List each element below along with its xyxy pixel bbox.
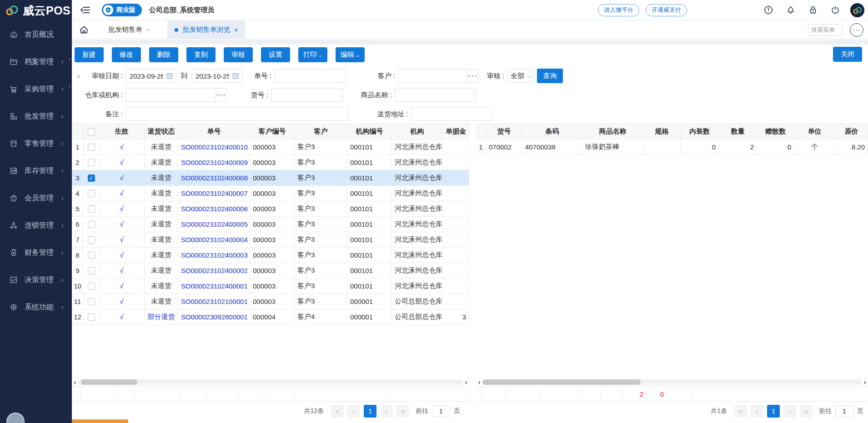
row-checkbox[interactable] [88,267,95,274]
row-checkbox[interactable] [88,144,95,151]
last-page-button[interactable]: » [396,405,409,418]
order-no-input[interactable] [274,69,346,83]
next-page-button[interactable]: › [783,405,796,418]
date-to-input[interactable] [191,69,242,83]
last-page-button[interactable]: » [800,405,813,418]
row-checkbox[interactable] [88,236,95,244]
orders-table-row[interactable]: 6√未退货SO000023102400005000003客户3000101河北涿… [72,217,469,232]
home-icon[interactable] [72,21,95,39]
row-checkbox[interactable] [88,283,95,290]
scrollbar-track[interactable] [78,379,463,385]
first-page-button[interactable]: « [331,405,344,418]
row-checkbox[interactable]: ✓ [88,174,95,182]
scroll-left-icon[interactable]: ‹ [72,378,78,386]
lock-icon[interactable] [808,5,818,15]
orders-table-row[interactable]: 12√部分退货SO000023092800001000004客户4000001公… [72,309,469,325]
row-checkbox[interactable] [88,205,95,213]
copy-button[interactable]: 复制 [186,47,216,62]
orders-table-row[interactable]: 2√未退货SO000023102400009000003客户3000101河北涿… [72,155,469,170]
sku-input[interactable] [271,88,343,102]
orders-table-row[interactable]: 3✓√未退货SO000023102400008000003客户3000101河北… [72,170,469,186]
query-button[interactable]: 查询 [537,69,563,83]
sidebar-item-archives[interactable]: 档案管理› [0,48,72,75]
remark-input[interactable] [125,107,348,121]
scrollbar-thumb[interactable] [81,379,137,385]
open-weipay-button[interactable]: 开通威支付 [646,4,687,16]
modify-button[interactable]: 修改 [112,47,141,62]
audit-button[interactable]: 审核 [224,47,253,62]
scrollbar-thumb[interactable] [482,379,641,385]
goto-page-input[interactable] [432,405,450,417]
more-menu-button[interactable]: ··· [850,23,863,37]
scroll-right-icon[interactable]: › [862,378,868,386]
order-no-link[interactable]: SO000023102400002 [178,263,250,278]
row-checkbox[interactable] [88,252,95,259]
orders-table-row[interactable]: 4√未退货SO000023102400007000003客户3000101河北涿… [72,186,469,201]
orders-table-row[interactable]: 5√未退货SO000023102400006000003客户3000101河北涿… [72,201,469,217]
sidebar-item-purchase[interactable]: 采购管理› [0,75,72,103]
order-no-link[interactable]: SO000023102100001 [178,294,250,309]
enter-micro-platform-button[interactable]: 进入微平台 [598,4,639,16]
order-no-link[interactable]: SO000023102400009 [178,155,250,170]
goto-page-input[interactable] [835,405,853,417]
row-checkbox[interactable] [88,314,95,321]
first-page-button[interactable]: « [734,405,747,418]
sidebar-item-finance[interactable]: 财务管理› [0,239,72,266]
close-button[interactable]: 关闭 [833,47,862,62]
sidebar-item-system[interactable]: 系统功能› [0,294,72,321]
order-no-link[interactable]: SO000023102400008 [178,170,250,185]
sidebar-item-inventory[interactable]: 库存管理› [0,157,72,184]
orders-table-row[interactable]: 1√未退货SO000023102400010000003客户3000101河北涿… [72,139,469,155]
user-avatar[interactable] [850,3,864,17]
prev-page-button[interactable]: ‹ [751,405,763,418]
delete-button[interactable]: 删除 [149,47,178,62]
tab-wholesale-order-browse[interactable]: 批发销售单浏览× [167,21,245,39]
scroll-left-icon[interactable]: ‹ [476,378,482,386]
order-no-link[interactable]: SO000023102400010 [178,139,250,154]
order-no-link[interactable]: SO000023102400003 [178,248,250,263]
new-button[interactable]: 新建 [75,47,104,62]
menu-fold-icon[interactable] [80,5,90,15]
edit-button[interactable]: 编辑⌄ [336,47,365,62]
next-page-button[interactable]: › [380,405,393,418]
orders-table-row[interactable]: 8√未退货SO000023102400003000003客户3000101河北涿… [72,248,469,263]
sidebar-item-home-overview[interactable]: 首页概况 [0,21,72,48]
row-checkbox[interactable] [88,159,95,166]
delivery-address-input[interactable] [411,107,492,121]
sidebar-item-wholesale[interactable]: 批发管理› [0,103,72,130]
page-1-button[interactable]: 1 [767,405,780,418]
row-checkbox[interactable] [88,221,95,228]
warehouse-picker-button[interactable]: ●●● [216,88,227,102]
warehouse-input[interactable] [125,88,216,102]
row-checkbox[interactable] [88,298,95,305]
sidebar-item-chain[interactable]: 连锁管理› [0,212,72,239]
customer-input[interactable] [398,69,467,83]
date-from-input[interactable] [125,69,176,83]
order-no-link[interactable]: SO000023102400004 [178,232,250,247]
orders-table-row[interactable]: 9√未退货SO000023102400002000003客户3000101河北涿… [72,263,469,279]
order-no-link[interactable]: SO000023102400006 [178,201,250,216]
tab-wholesale-order[interactable]: 批发销售单× [101,21,157,39]
customer-picker-button[interactable]: ●●● [467,69,479,83]
menu-search-input[interactable] [808,24,843,36]
sidebar-item-decision[interactable]: 决策管理› [0,266,72,294]
items-table-row[interactable]: 107000240700038珍珠奶茶棒020个8.20 [476,139,868,155]
alert-icon[interactable] [763,5,773,15]
assistant-bubble[interactable] [6,413,25,423]
order-no-link[interactable]: SO000023102400007 [178,186,250,201]
settings-button[interactable]: 设置 [261,47,290,62]
prev-page-button[interactable]: ‹ [347,405,360,418]
product-name-input[interactable] [395,88,476,102]
sidebar-edge-chevron[interactable]: › [69,83,70,90]
order-no-link[interactable]: SO000023102400001 [178,279,250,294]
sidebar-item-retail[interactable]: 零售管理› [0,130,72,157]
row-checkbox[interactable] [88,190,95,197]
close-tab-icon[interactable]: × [234,26,238,34]
orders-table-row[interactable]: 10√未退货SO000023102400001000003客户3000101河北… [72,279,469,294]
sidebar-edge-chevron[interactable]: › [69,55,70,62]
scrollbar-track[interactable] [482,379,862,385]
scroll-right-icon[interactable]: › [463,378,469,386]
power-icon[interactable] [830,5,840,15]
return-status[interactable]: 部分退货 [145,309,178,324]
order-no-link[interactable]: SO000023092800001 [178,309,250,324]
